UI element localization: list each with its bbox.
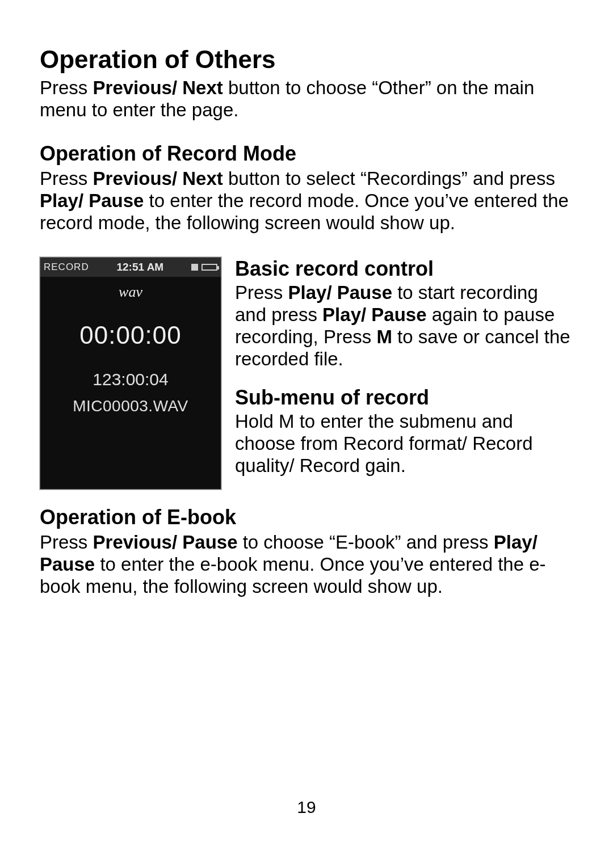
recording-filename: MIC00003.WAV <box>73 397 188 415</box>
heading-submenu-record: Sub-menu of record <box>235 386 573 410</box>
status-bar: RECORD 12:51 AM <box>40 258 221 277</box>
format-label: wav <box>119 284 142 301</box>
ebook-paragraph: Press Previous/ Pause to choose “E-book”… <box>40 532 573 598</box>
bold-play-pause: Play/ Pause <box>322 304 426 325</box>
record-mode-paragraph: Press Previous/ Next button to select “R… <box>40 168 573 234</box>
right-text-column: Basic record control Press Play/ Pause t… <box>235 257 573 478</box>
text: to choose “E-book” and press <box>238 532 494 553</box>
heading-ebook: Operation of E-book <box>40 505 573 529</box>
status-icons <box>191 264 217 271</box>
text: button to select “Recordings” and press <box>223 168 555 189</box>
bold-prev-pause: Previous/ Pause <box>93 532 238 553</box>
heading-basic-record: Basic record control <box>235 257 573 281</box>
clock-time: 12:51 AM <box>116 261 163 273</box>
text: to enter the e-book menu. Once you’ve en… <box>40 554 546 597</box>
stop-icon <box>191 264 198 271</box>
battery-icon <box>201 264 217 271</box>
elapsed-time: 00:00:00 <box>79 321 181 349</box>
figure-row: RECORD 12:51 AM wav 00:00:00 123:00:04 M… <box>40 257 573 490</box>
text: Press <box>235 282 288 303</box>
bold-play-pause: Play/ Pause <box>288 282 392 303</box>
bold-m: M <box>376 326 392 347</box>
text: Press <box>40 77 93 98</box>
bold-play-pause: Play/ Pause <box>40 190 144 211</box>
bold-prev-next: Previous/ Next <box>93 168 223 189</box>
remaining-time: 123:00:04 <box>93 370 168 389</box>
screen-body: wav 00:00:00 123:00:04 MIC00003.WAV <box>40 277 221 489</box>
heading-record-mode: Operation of Record Mode <box>40 142 573 166</box>
record-label: RECORD <box>44 262 89 273</box>
text: Press <box>40 168 93 189</box>
bold-prev-next: Previous/ Next <box>93 77 223 98</box>
intro-paragraph: Press Previous/ Next button to choose “O… <box>40 77 573 121</box>
heading-operation-others: Operation of Others <box>40 45 573 74</box>
text: Press <box>40 532 93 553</box>
page-number: 19 <box>0 798 613 817</box>
basic-record-paragraph: Press Play/ Pause to start recording and… <box>235 282 573 370</box>
device-screenshot: RECORD 12:51 AM wav 00:00:00 123:00:04 M… <box>40 257 221 490</box>
submenu-paragraph: Hold M to enter the submenu and choose f… <box>235 411 573 477</box>
